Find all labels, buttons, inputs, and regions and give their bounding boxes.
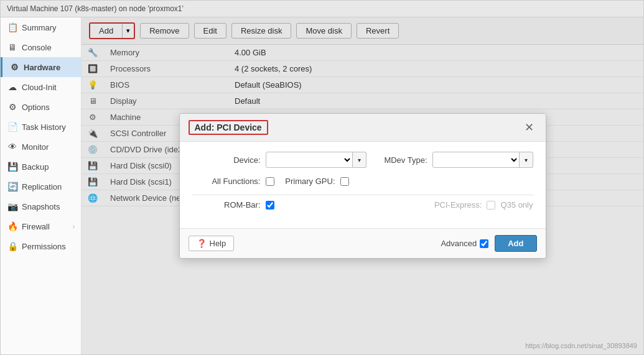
sidebar-item-label: Permissions <box>22 242 66 251</box>
dialog-close-button[interactable]: ✕ <box>522 120 537 135</box>
sidebar-item-task-history[interactable]: 📄 Task History <box>1 117 81 137</box>
replication-icon: 🔄 <box>7 182 18 191</box>
cloud-init-icon: ☁ <box>7 82 18 92</box>
titlebar: Virtual Machine 107 (k8s-master) on node… <box>1 1 643 17</box>
advanced-checkbox[interactable] <box>480 239 488 248</box>
device-select[interactable] <box>266 152 353 168</box>
task-history-icon: 📄 <box>7 122 18 132</box>
mdev-type-label: MDev Type: <box>371 155 427 165</box>
options-icon: ⚙ <box>7 102 18 112</box>
sidebar-item-label: Monitor <box>22 142 49 152</box>
sidebar-item-snapshots[interactable]: 📷 Snapshots <box>1 196 81 216</box>
sidebar-item-permissions[interactable]: 🔒 Permissions <box>1 236 81 256</box>
dialog-footer: ❓ Help Advanced Add <box>180 228 546 258</box>
backup-icon: 💾 <box>7 162 18 172</box>
help-button[interactable]: ❓ Help <box>189 236 235 251</box>
help-icon: ❓ <box>197 239 207 248</box>
sidebar-item-options[interactable]: ⚙ Options <box>1 97 81 117</box>
mdev-type-select[interactable] <box>432 152 520 168</box>
dialog-title: Add: PCI Device <box>189 120 268 135</box>
rom-bar-label: ROM-Bar: <box>192 200 261 210</box>
sidebar-item-label: Hardware <box>24 63 60 72</box>
sidebar: 📋 Summary 🖥 Console ⚙ Hardware ☁ Cloud-I… <box>1 17 82 354</box>
rom-bar-checkbox[interactable] <box>266 201 274 210</box>
console-icon: 🖥 <box>7 42 18 52</box>
device-dropdown-arrow-icon[interactable]: ▾ <box>353 152 366 168</box>
q35-only-label: Q35 only <box>500 200 533 210</box>
sidebar-item-label: Options <box>22 103 50 112</box>
sidebar-item-monitor[interactable]: 👁 Monitor <box>1 137 81 157</box>
sidebar-item-label: Snapshots <box>22 202 60 211</box>
hardware-icon: ⚙ <box>9 62 20 72</box>
dialog-add-button[interactable]: Add <box>495 235 536 252</box>
rombar-pciexpress-row: ROM-Bar: PCI-Express: Q35 only <box>192 200 533 210</box>
sidebar-item-firewall[interactable]: 🔥 Firewall › <box>1 216 81 236</box>
sidebar-item-label: Console <box>22 43 52 52</box>
sidebar-item-summary[interactable]: 📋 Summary <box>1 17 81 37</box>
sidebar-item-replication[interactable]: 🔄 Replication <box>1 177 81 196</box>
add-pci-device-dialog: Add: PCI Device ✕ Device: <box>179 113 546 259</box>
device-select-group: ▾ <box>266 152 366 168</box>
footer-right: Advanced Add <box>441 235 536 252</box>
dialog-overlay: Add: PCI Device ✕ Device: <box>82 17 643 354</box>
pci-express-checkbox[interactable] <box>487 201 495 210</box>
advanced-label[interactable]: Advanced <box>441 239 488 248</box>
advanced-text: Advanced <box>441 239 477 248</box>
all-functions-checkbox[interactable] <box>266 177 274 186</box>
monitor-icon: 👁 <box>7 142 18 152</box>
device-row: Device: ▾ MDev Type: <box>192 152 533 168</box>
help-label: Help <box>210 239 226 248</box>
permissions-icon: 🔒 <box>7 241 18 251</box>
window-title: Virtual Machine 107 (k8s-master) on node… <box>7 4 184 13</box>
dialog-divider <box>192 195 533 195</box>
snapshots-icon: 📷 <box>7 201 18 211</box>
device-label: Device: <box>192 155 261 165</box>
sidebar-item-label: Backup <box>22 162 49 172</box>
sidebar-item-cloud-init[interactable]: ☁ Cloud-Init <box>1 77 81 97</box>
summary-icon: 📋 <box>7 22 18 32</box>
pci-express-label: PCI-Express: <box>434 200 482 210</box>
sidebar-item-label: Cloud-Init <box>22 83 57 92</box>
dialog-header: Add: PCI Device ✕ <box>180 114 546 142</box>
sidebar-item-label: Firewall <box>22 222 50 231</box>
sidebar-item-console[interactable]: 🖥 Console <box>1 37 81 57</box>
main-window: Virtual Machine 107 (k8s-master) on node… <box>0 0 644 355</box>
dialog-body: Device: ▾ MDev Type: <box>180 142 546 228</box>
sidebar-item-backup[interactable]: 💾 Backup <box>1 157 81 177</box>
mdev-type-dropdown-arrow-icon[interactable]: ▾ <box>520 152 533 168</box>
sidebar-item-label: Summary <box>22 23 57 32</box>
primary-gpu-label: Primary GPU: <box>279 177 335 186</box>
sidebar-item-hardware[interactable]: ⚙ Hardware <box>1 57 81 77</box>
content-area: Add ▾ Remove Edit Resize disk Move disk … <box>82 17 643 354</box>
footer-left: ❓ Help <box>189 236 235 251</box>
sidebar-item-label: Task History <box>22 122 66 132</box>
functions-gpu-row: All Functions: Primary GPU: <box>192 177 533 186</box>
sidebar-item-label: Replication <box>22 182 62 191</box>
close-icon: ✕ <box>525 121 534 134</box>
primary-gpu-checkbox[interactable] <box>340 177 349 186</box>
chevron-right-icon: › <box>73 223 75 230</box>
all-functions-label: All Functions: <box>192 177 261 186</box>
firewall-icon: 🔥 <box>7 221 18 231</box>
mdev-type-select-group: ▾ <box>432 152 533 168</box>
